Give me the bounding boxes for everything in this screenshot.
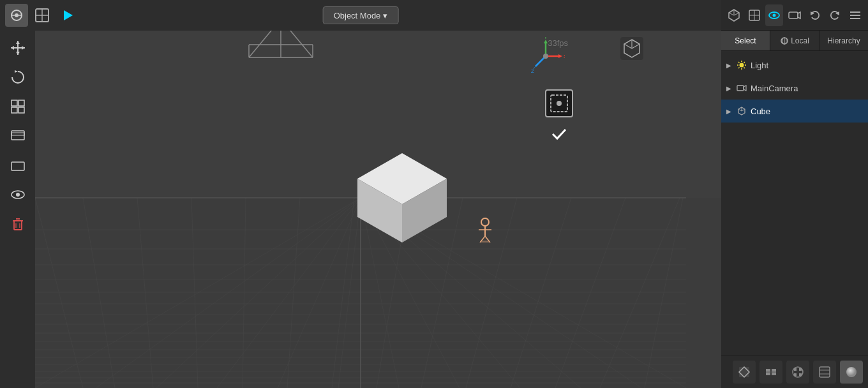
rotate-tool-btn[interactable] (6, 65, 30, 89)
svg-rect-149 (799, 368, 802, 371)
svg-text:X: X (564, 54, 565, 59)
svg-rect-78 (19, 100, 24, 106)
svg-rect-142 (739, 367, 749, 377)
hierarchy-btn[interactable]: Hierarchy (819, 31, 868, 50)
cube-label: Cube (751, 107, 770, 116)
scene-gizmo-btn[interactable] (725, 4, 743, 26)
svg-rect-117 (789, 12, 798, 19)
undo-btn[interactable] (806, 4, 824, 26)
object-mode-label: Object Mode (334, 11, 381, 20)
svg-rect-82 (11, 133, 24, 135)
svg-line-134 (738, 68, 740, 69)
svg-rect-80 (19, 107, 24, 113)
svg-marker-76 (15, 70, 18, 73)
checkmark-icon[interactable] (545, 120, 573, 148)
right-icon-bar (721, 0, 868, 31)
svg-marker-74 (11, 46, 14, 50)
camera-view-btn[interactable] (786, 4, 804, 26)
svg-rect-136 (737, 86, 744, 91)
light-arrow: ▶ (726, 62, 731, 69)
perspective-toggle[interactable] (619, 36, 645, 64)
svg-line-140 (742, 109, 745, 111)
svg-line-111 (729, 13, 734, 15)
shading-wireframe-btn[interactable] (733, 361, 756, 384)
svg-text:Z: Z (531, 68, 534, 74)
hierarchy-item-cube[interactable]: ▶ Cube (721, 100, 868, 123)
move-tool-btn[interactable] (6, 36, 30, 60)
wireframe-btn[interactable] (31, 4, 54, 27)
hamburger-menu-btn[interactable] (846, 4, 864, 26)
svg-line-141 (738, 109, 742, 111)
3d-cube (345, 140, 460, 255)
left-toolbar (0, 31, 35, 388)
light-label: Light (751, 61, 768, 70)
svg-point-85 (16, 193, 20, 197)
svg-point-107 (557, 101, 562, 106)
svg-line-133 (744, 68, 745, 69)
layer-tool-btn[interactable] (6, 124, 30, 148)
light-icon (737, 60, 747, 70)
context-bar: Select Local Hierarchy (721, 31, 868, 51)
right-panel: Select Local Hierarchy ▶ (721, 0, 868, 388)
svg-marker-69 (64, 10, 73, 20)
svg-line-132 (738, 62, 740, 63)
top-toolbar: Object Mode ▾ (0, 0, 721, 31)
dropdown-arrow: ▾ (383, 11, 387, 20)
svg-point-56 (481, 218, 489, 226)
svg-rect-150 (794, 373, 797, 376)
svg-rect-86 (14, 221, 22, 230)
shading-material-btn[interactable] (786, 361, 809, 384)
hierarchy-list: ▶ Light ▶ MainCamera ▶ (721, 51, 868, 355)
svg-marker-72 (16, 41, 20, 44)
bottom-right-toolbar (721, 355, 868, 388)
local-btn[interactable]: Local (770, 31, 819, 50)
origin-marker (475, 217, 495, 246)
svg-line-110 (734, 13, 739, 15)
svg-marker-73 (16, 52, 20, 55)
svg-marker-137 (744, 86, 746, 91)
camera-arrow: ▶ (726, 85, 731, 92)
svg-marker-75 (22, 46, 25, 50)
cube-arrow: ▶ (726, 108, 731, 115)
delete-tool-btn[interactable] (6, 212, 30, 236)
cube-hierarchy-icon (737, 106, 747, 116)
sphere-preview-btn[interactable] (840, 361, 863, 384)
shading-rendered-btn[interactable] (813, 361, 836, 384)
svg-rect-151 (799, 373, 802, 376)
svg-line-135 (744, 62, 745, 63)
layer2-tool-btn[interactable] (6, 153, 30, 177)
svg-point-116 (773, 13, 776, 17)
svg-marker-95 (558, 54, 562, 58)
svg-text:Y: Y (544, 37, 548, 40)
svg-marker-118 (798, 12, 800, 19)
svg-point-100 (543, 54, 548, 59)
object-mode-button[interactable]: Object Mode ▾ (323, 6, 399, 24)
svg-rect-79 (11, 107, 17, 113)
svg-rect-77 (11, 100, 17, 106)
svg-rect-152 (819, 367, 830, 377)
hierarchy-item-light[interactable]: ▶ Light (721, 54, 868, 77)
3d-gizmo[interactable]: Y X Z (527, 37, 565, 75)
play-btn[interactable] (56, 4, 79, 27)
selection-mode-icon[interactable] (545, 89, 573, 117)
shading-solid-btn[interactable] (760, 361, 782, 384)
hierarchy-item-maincamera[interactable]: ▶ MainCamera (721, 77, 868, 100)
select-btn[interactable]: Select (721, 31, 770, 50)
local-label: Local (791, 36, 809, 45)
blender-logo-btn[interactable] (5, 4, 28, 27)
3d-viewport[interactable]: Object Mode ▾ (0, 0, 721, 388)
svg-rect-148 (794, 368, 797, 371)
svg-rect-83 (11, 162, 24, 170)
visibility-btn[interactable] (765, 4, 783, 26)
transform-tool-btn[interactable] (6, 94, 30, 119)
redo-btn[interactable] (827, 4, 844, 26)
maincamera-label: MainCamera (751, 84, 798, 93)
view-tool-btn[interactable] (6, 183, 30, 207)
camera-hierarchy-icon (737, 83, 747, 93)
persp-cube-btn[interactable] (745, 4, 763, 26)
svg-point-155 (846, 367, 857, 377)
svg-point-127 (740, 63, 744, 68)
